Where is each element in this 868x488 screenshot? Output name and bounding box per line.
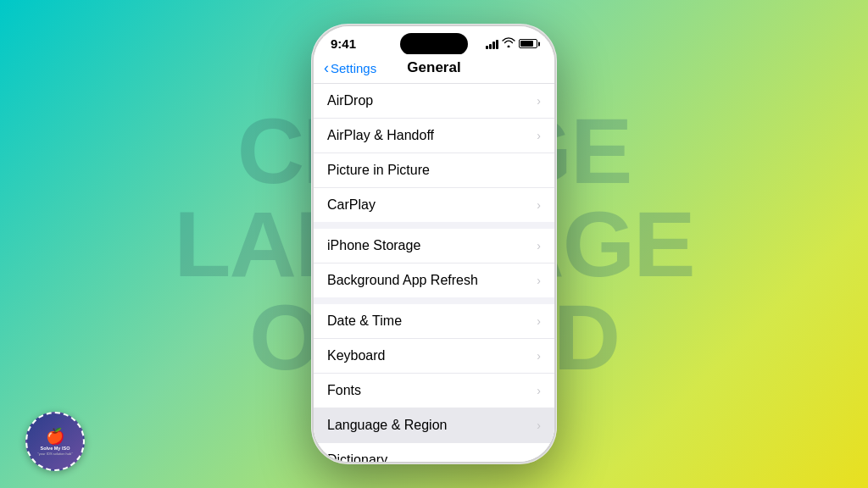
battery-icon	[519, 39, 537, 48]
logo-apple-icon: 🍎	[46, 427, 64, 446]
phone: 9:41	[311, 24, 557, 464]
row-carplay-label: CarPlay	[327, 197, 537, 213]
row-dictionary-label: Dictionary	[327, 452, 541, 462]
storage-chevron-icon: ›	[537, 239, 541, 252]
airdrop-chevron-icon: ›	[537, 94, 541, 108]
row-storage-label: iPhone Storage	[327, 238, 537, 253]
keyboard-chevron-icon: ›	[537, 349, 541, 363]
row-carplay[interactable]: CarPlay ›	[314, 188, 554, 222]
settings-list: AirDrop › AirPlay & Handoff › Picture in…	[314, 84, 554, 462]
language-chevron-icon: ›	[537, 419, 541, 432]
fonts-chevron-icon: ›	[537, 384, 541, 397]
datetime-chevron-icon: ›	[537, 314, 541, 328]
signal-bar-4	[496, 40, 498, 49]
status-time: 9:41	[331, 36, 356, 51]
battery-fill	[520, 41, 533, 47]
row-language[interactable]: Language & Region ›	[314, 408, 554, 443]
back-label: Settings	[331, 61, 376, 75]
row-keyboard[interactable]: Keyboard ›	[314, 339, 554, 374]
bgrefresh-chevron-icon: ›	[537, 274, 541, 287]
row-airplay[interactable]: AirPlay & Handoff ›	[314, 119, 554, 153]
nav-title: General	[407, 59, 460, 76]
settings-section-1: AirDrop › AirPlay & Handoff › Picture in…	[314, 84, 554, 222]
signal-bar-2	[489, 44, 492, 49]
status-bar: 9:41	[314, 26, 554, 54]
phone-outer: 9:41	[311, 24, 557, 464]
logo-main-text: Solve My ISO	[41, 446, 70, 452]
row-airplay-label: AirPlay & Handoff	[327, 128, 537, 143]
settings-section-2: iPhone Storage › Background App Refresh …	[314, 229, 554, 297]
row-datetime[interactable]: Date & Time ›	[314, 304, 554, 339]
settings-section-3: Date & Time › Keyboard › Fonts › Langu	[314, 304, 554, 462]
row-keyboard-label: Keyboard	[327, 348, 537, 363]
back-chevron-icon: ‹	[324, 60, 329, 75]
row-bgrefresh[interactable]: Background App Refresh ›	[314, 263, 554, 297]
airplay-chevron-icon: ›	[537, 129, 541, 142]
row-bgrefresh-label: Background App Refresh	[327, 273, 537, 288]
signal-bar-1	[486, 46, 488, 49]
status-icons	[486, 37, 537, 50]
phone-inner: 9:41	[314, 26, 554, 462]
logo-badge: 🍎 Solve My ISO "your IOS solution hub"	[25, 412, 85, 471]
row-pip-label: Picture in Picture	[327, 163, 541, 178]
row-fonts-label: Fonts	[327, 383, 537, 398]
row-pip[interactable]: Picture in Picture	[314, 153, 554, 188]
signal-bars	[486, 39, 498, 49]
dynamic-island	[400, 33, 468, 55]
row-language-label: Language & Region	[327, 418, 537, 433]
signal-bar-3	[492, 42, 495, 49]
wifi-icon	[502, 37, 515, 50]
row-datetime-label: Date & Time	[327, 313, 537, 329]
row-fonts[interactable]: Fonts ›	[314, 374, 554, 408]
logo-sub-text: "your IOS solution hub"	[37, 452, 72, 456]
nav-bar: ‹ Settings General	[314, 54, 554, 84]
row-airdrop-label: AirDrop	[327, 93, 537, 108]
back-button[interactable]: ‹ Settings	[324, 61, 376, 75]
row-storage[interactable]: iPhone Storage ›	[314, 229, 554, 263]
row-airdrop[interactable]: AirDrop ›	[314, 84, 554, 119]
row-dictionary[interactable]: Dictionary	[314, 443, 554, 462]
carplay-chevron-icon: ›	[537, 198, 541, 212]
phone-screen: 9:41	[314, 26, 554, 462]
